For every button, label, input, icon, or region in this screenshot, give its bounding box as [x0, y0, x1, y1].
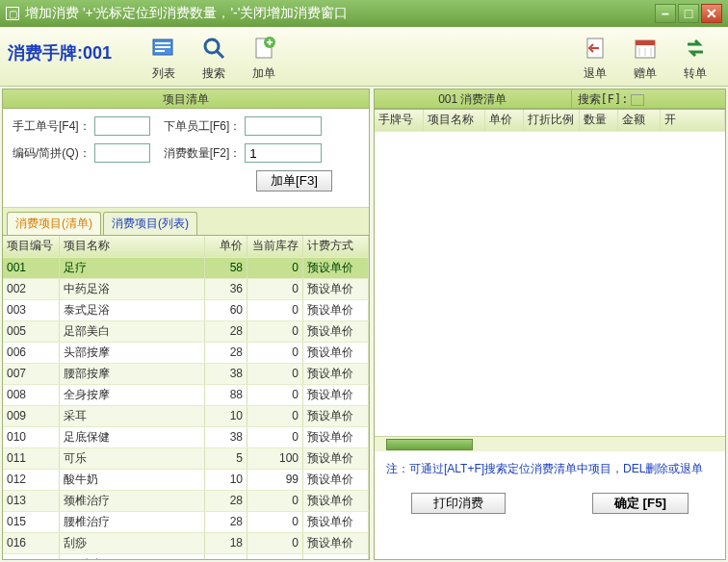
col-stock[interactable]: 当前库存: [247, 236, 303, 257]
calendar-icon: [630, 33, 661, 64]
qty-label: 消费数量[F2]：: [164, 145, 242, 162]
manual-label: 手工单号[F4]：: [13, 118, 91, 135]
gift-button[interactable]: 赠单: [630, 33, 661, 82]
right-panel: 001 消费清单 搜索[F]: 手牌号 项目名称 单价 打折比例 数量 金额 开…: [374, 89, 726, 560]
add-order-button[interactable]: 加单[F3]: [256, 170, 332, 192]
svg-rect-2: [155, 46, 170, 48]
svg-point-4: [205, 39, 219, 53]
item-grid[interactable]: 项目编号 项目名称 单价 当前库存 计费方式 001足疗580预设单价002中药…: [3, 235, 369, 559]
svg-rect-12: [636, 40, 655, 45]
table-row[interactable]: 013颈椎治疗280预设单价: [3, 490, 369, 511]
code-label: 编码/简拼(Q)：: [13, 145, 91, 162]
rc2[interactable]: 项目名称: [423, 110, 484, 131]
print-button[interactable]: 打印消费: [411, 493, 506, 514]
right-header-search: 搜索[F]:: [572, 89, 725, 108]
minimize-button[interactable]: –: [655, 4, 676, 23]
manual-input[interactable]: [94, 116, 150, 136]
maximize-button[interactable]: □: [678, 4, 699, 23]
col-id[interactable]: 项目编号: [3, 236, 59, 257]
table-row[interactable]: 012酸牛奶1099预设单价: [3, 469, 369, 490]
emp-input[interactable]: [245, 116, 322, 136]
list-button[interactable]: 列表: [148, 33, 179, 82]
app-icon: ▢: [6, 7, 19, 20]
toolbar: 消费手牌:001 列表 搜索 加单 退单 赠单 转单: [0, 27, 728, 87]
table-row[interactable]: 015腰椎治疗280预设单价: [3, 511, 369, 532]
ok-button[interactable]: 确定 [F5]: [592, 493, 689, 514]
left-header: 项目清单: [3, 89, 369, 109]
refund-icon: [580, 33, 611, 64]
rc6[interactable]: 金额: [617, 110, 660, 131]
consume-grid[interactable]: 手牌号 项目名称 单价 打折比例 数量 金额 开: [375, 109, 725, 436]
transfer-icon: [680, 33, 711, 64]
tab-list-inactive[interactable]: 消费项目(列表): [103, 212, 197, 235]
table-row[interactable]: 016刮痧180预设单价: [3, 532, 369, 553]
tab-list-active[interactable]: 消费项目(清单): [7, 212, 101, 235]
search-icon: [198, 33, 229, 64]
window-title: 增加消费 '+'光标定位到消费数量，'-'关闭增加消费窗口: [25, 5, 348, 22]
hint-note: 注：可通过[ALT+F]搜索定位消费清单中项目，DEL删除或退单: [375, 451, 725, 487]
col-name[interactable]: 项目名称: [59, 236, 205, 257]
refund-button[interactable]: 退单: [580, 33, 611, 82]
transfer-button[interactable]: 转单: [680, 33, 711, 82]
table-row[interactable]: 010足底保健380预设单价: [3, 426, 369, 447]
table-row[interactable]: 009采耳100预设单价: [3, 405, 369, 426]
table-row[interactable]: 011可乐5100预设单价: [3, 447, 369, 469]
table-row[interactable]: 008全身按摩880预设单价: [3, 384, 369, 405]
code-input[interactable]: [94, 143, 150, 163]
rc3[interactable]: 单价: [484, 110, 523, 131]
table-row[interactable]: 006头部按摩280预设单价: [3, 342, 369, 363]
list-icon: [148, 33, 179, 64]
svg-rect-3: [155, 50, 165, 52]
search-mini-input[interactable]: [631, 94, 644, 106]
rc5[interactable]: 数量: [579, 110, 617, 131]
left-panel: 项目清单 手工单号[F4]： 下单员工[F6]： 编码/简拼(Q)： 消费数量[…: [2, 89, 370, 560]
search-button[interactable]: 搜索: [198, 33, 229, 82]
svg-line-5: [217, 51, 223, 58]
add-icon: [248, 33, 279, 64]
table-row[interactable]: 001足疗580预设单价: [3, 257, 369, 278]
titlebar: ▢ 增加消费 '+'光标定位到消费数量，'-'关闭增加消费窗口 – □ ✕: [0, 0, 728, 27]
table-row[interactable]: 002中药足浴360预设单价: [3, 278, 369, 299]
table-row[interactable]: 801801包间00*: [3, 553, 369, 559]
table-row[interactable]: 003泰式足浴600预设单价: [3, 299, 369, 320]
h-scrollbar[interactable]: [375, 436, 725, 451]
table-row[interactable]: 005足部美白280预设单价: [3, 320, 369, 342]
col-price[interactable]: 单价: [205, 236, 247, 257]
right-header: 001 消费清单 搜索[F]:: [375, 89, 725, 109]
svg-rect-1: [155, 42, 170, 44]
rc1[interactable]: 手牌号: [375, 110, 423, 131]
brand-label: 消费手牌:001: [8, 41, 112, 82]
rc7[interactable]: 开: [660, 110, 725, 131]
right-header-title: 001 消费清单: [375, 89, 572, 108]
qty-input[interactable]: [245, 143, 322, 163]
add-button[interactable]: 加单: [248, 33, 279, 82]
emp-label: 下单员工[F6]：: [164, 118, 242, 135]
tabs: 消费项目(清单) 消费项目(列表): [3, 207, 369, 235]
close-button[interactable]: ✕: [701, 4, 722, 23]
table-row[interactable]: 007腰部按摩380预设单价: [3, 363, 369, 384]
col-mode[interactable]: 计费方式: [303, 236, 369, 257]
rc4[interactable]: 打折比例: [523, 110, 579, 131]
